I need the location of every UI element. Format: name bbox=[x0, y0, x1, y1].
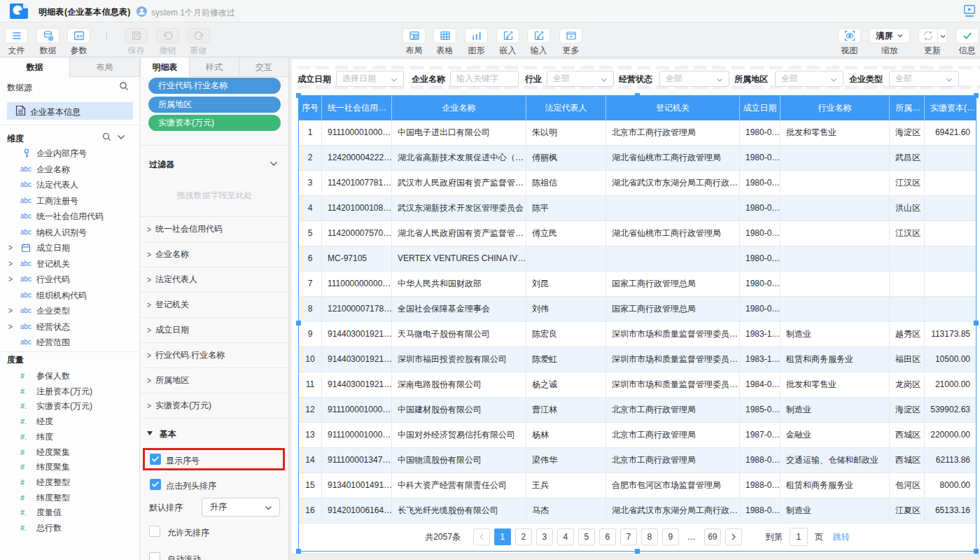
svg-text:x=: x= bbox=[76, 33, 83, 39]
